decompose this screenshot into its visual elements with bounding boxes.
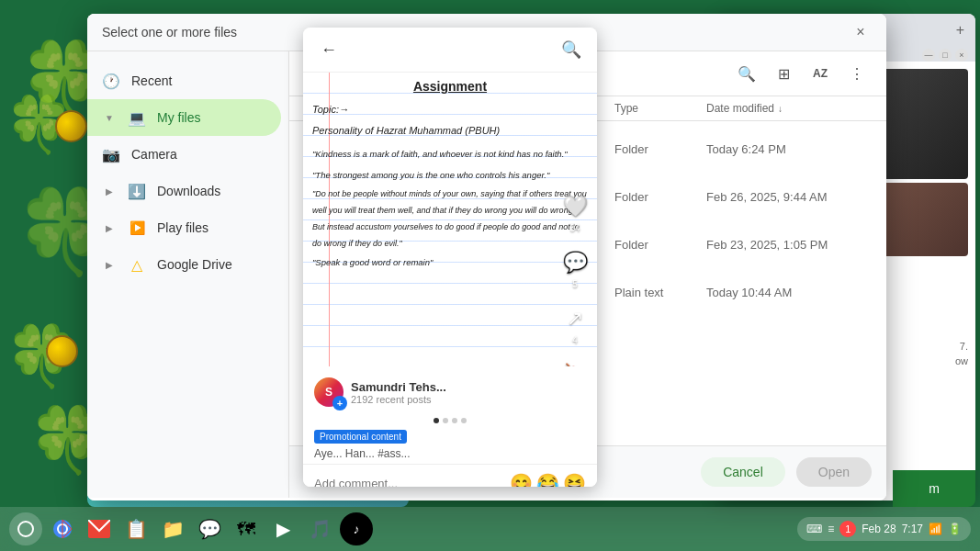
docs-icon[interactable]: 📋 [119, 512, 152, 545]
quote-1: "Kindness is a mark of faith, and whoeve… [312, 143, 588, 164]
sort-az-button[interactable]: AZ [805, 59, 835, 88]
comment-count: 5 [572, 279, 578, 289]
expand-play-icon: ▶ [102, 220, 117, 235]
user2-mention: Aye... [314, 447, 342, 460]
heart-icon: 🤍 [560, 192, 590, 221]
quote-2: "The strongest among you is the one who … [312, 164, 588, 186]
file-type-1: Folder [614, 142, 706, 156]
dot-2 [443, 418, 448, 423]
sidebar-item-my-files[interactable]: ▼ 💻 My files [87, 99, 281, 136]
file-picker-close-button[interactable]: × [850, 21, 872, 43]
social-right-actions: 🤍 34 💬 5 ↗ 4 🔖 4 [560, 192, 590, 366]
coin-decoration [46, 335, 78, 367]
green-action-button[interactable]: m [893, 470, 975, 507]
battery-icon: 🔋 [948, 523, 962, 535]
back-nav-button[interactable]: ← [314, 35, 344, 64]
expand-downloads-icon: ▶ [102, 184, 117, 198]
subject-line: Personality of Hazrat Muhammad (PBUH) [312, 120, 588, 141]
messages-icon[interactable]: 💬 [193, 512, 226, 545]
my-files-icon: 💻 [128, 108, 146, 127]
chrome-icon[interactable] [46, 512, 79, 545]
svg-point-2 [18, 522, 33, 536]
expand-drive-icon: ▶ [102, 257, 117, 272]
file-type-4: Plain text [614, 286, 706, 299]
sidebar-item-downloads[interactable]: ▶ ⬇️ Downloads [87, 173, 281, 209]
file-type-2: Folder [614, 190, 706, 204]
social-post-header: ← 🔍 [303, 28, 597, 73]
add-post-button[interactable]: + [332, 396, 347, 410]
dot-1 [434, 418, 439, 423]
post-count: 2192 recent posts [351, 394, 446, 405]
taskbar: 📋 📁 💬 🗺 ▶ 🎵 ♪ ⌨ ≡ 1 Feb 28 7:17 📶 🔋 [0, 507, 980, 551]
label-7: 7. [960, 341, 968, 352]
close-btn[interactable]: × [955, 49, 968, 62]
search-button[interactable]: 🔍 [732, 59, 761, 88]
system-tray: ⌨ ≡ 1 Feb 28 7:17 📶 🔋 [797, 517, 971, 541]
minimize-btn[interactable]: — [922, 49, 935, 62]
launcher-button[interactable] [9, 512, 42, 545]
emoji-buttons: 😊 😂 😆 [510, 472, 586, 487]
recent-label: Recent [131, 73, 172, 88]
files-icon[interactable]: 📁 [156, 512, 189, 545]
keyboard-icon[interactable]: ⌨ [806, 523, 822, 535]
gmail-icon[interactable] [83, 512, 116, 545]
comment-button[interactable]: 💬 5 [560, 248, 590, 289]
chrome-svg [51, 518, 73, 540]
time-display: 7:17 [902, 523, 923, 535]
recent-icon: 🕐 [102, 72, 120, 90]
post-user-info: S + Samundri Tehs... 2192 recent posts [303, 370, 597, 414]
taskbar-icons: 📋 📁 💬 🗺 ▶ 🎵 ♪ [9, 512, 373, 545]
assignment-content: Assignment Topic:→ Personality of Hazrat… [303, 73, 597, 366]
like-count: 34 [569, 223, 580, 233]
user-info-text: Samundri Tehs... 2192 recent posts [351, 380, 446, 405]
tiktok-icon[interactable]: ♪ [340, 512, 373, 545]
file-type-3: Folder [614, 238, 706, 252]
sidebar-item-recent[interactable]: 🕐 Recent [87, 62, 281, 99]
share-button[interactable]: ↗ 4 [560, 304, 590, 345]
social-search-button[interactable]: 🔍 [557, 35, 586, 64]
quote-4: "Speak a good word or remain" [312, 252, 588, 273]
social-media-post: ← 🔍 Assignment Topic:→ Personality of Ha… [303, 28, 597, 487]
music-icon[interactable]: 🎵 [303, 512, 336, 545]
play-files-label: Play files [157, 220, 208, 235]
camera-icon: 📷 [102, 145, 120, 163]
file-picker-sidebar: 🕐 Recent ▼ 💻 My files 📷 Camera ▶ ⬇️ [87, 51, 289, 498]
hashtag: #ass... [377, 447, 410, 460]
comment-input-area: 😊 😂 😆 [303, 464, 597, 487]
menu-icon[interactable]: ≡ [828, 523, 834, 535]
play-files-icon: ▶️ [128, 219, 146, 237]
open-button[interactable]: Open [796, 457, 872, 487]
emoji-laugh[interactable]: 😂 [536, 472, 559, 487]
handwritten-text: Assignment Topic:→ Personality of Hazrat… [303, 73, 597, 276]
cancel-button[interactable]: Cancel [701, 457, 785, 487]
play-icon[interactable]: ▶ [266, 512, 299, 545]
toolbar-action-group: 🔍 ⊞ AZ ⋮ [732, 59, 872, 88]
sidebar-item-google-drive[interactable]: ▶ △ Google Drive [87, 246, 281, 283]
maps-icon[interactable]: 🗺 [230, 512, 263, 545]
like-button[interactable]: 🤍 34 [560, 192, 590, 233]
post-dots-indicator [303, 414, 597, 427]
my-files-label: My files [157, 110, 200, 125]
file-date-4: Today 10:44 AM [706, 286, 872, 299]
new-tab-btn[interactable]: + [952, 22, 968, 39]
comment-input[interactable] [314, 477, 502, 488]
col-header-date[interactable]: Date modified ↓ [706, 102, 872, 115]
social-post-image: Assignment Topic:→ Personality of Hazrat… [303, 73, 597, 366]
downloads-icon: ⬇️ [128, 182, 146, 200]
grid-view-button[interactable]: ⊞ [769, 59, 798, 88]
date-display: Feb 28 [862, 523, 896, 535]
emoji-grin[interactable]: 😆 [563, 472, 586, 487]
maximize-btn[interactable]: □ [939, 49, 952, 62]
bookmark-button[interactable]: 🔖 4 [560, 360, 590, 366]
sidebar-item-play-files[interactable]: ▶ ▶️ Play files [87, 209, 281, 246]
sidebar-item-camera[interactable]: 📷 Camera [87, 136, 281, 173]
coin-decoration [55, 110, 87, 142]
emoji-smile[interactable]: 😊 [510, 472, 533, 487]
more-options-button[interactable]: ⋮ [842, 59, 872, 88]
action-text: m [929, 481, 940, 496]
wifi-icon: 📶 [929, 523, 942, 535]
topic-line: Topic:→ [312, 99, 588, 120]
post-subtext: Aye... Han... #ass... [303, 447, 597, 464]
share-icon: ↗ [560, 304, 590, 333]
file-picker-title: Select one or more files [102, 25, 237, 39]
